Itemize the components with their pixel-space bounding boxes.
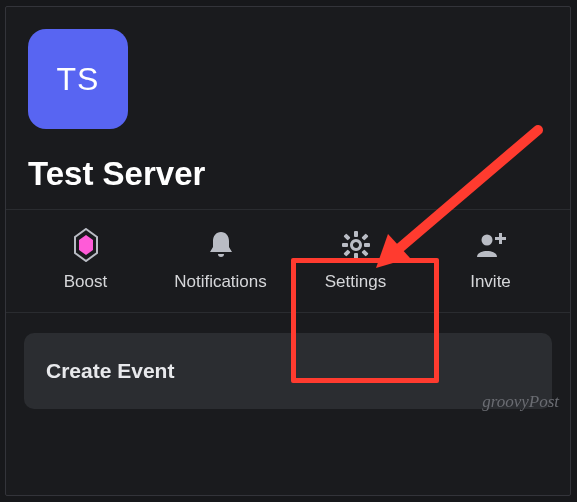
svg-rect-7 [361, 249, 368, 256]
create-event-card[interactable]: Create Event [24, 333, 552, 409]
svg-rect-8 [361, 233, 368, 240]
settings-button[interactable]: Settings [288, 228, 423, 292]
svg-point-10 [481, 235, 492, 246]
gear-icon [341, 228, 371, 262]
settings-label: Settings [325, 272, 386, 292]
svg-rect-2 [354, 231, 358, 237]
invite-button[interactable]: Invite [423, 228, 558, 292]
create-event-title: Create Event [46, 359, 530, 383]
server-sheet: TS Test Server Boost Notifications [5, 6, 571, 496]
divider [6, 312, 570, 313]
boost-gem-icon [73, 228, 99, 262]
invite-label: Invite [470, 272, 511, 292]
server-initials: TS [57, 61, 100, 98]
notifications-label: Notifications [174, 272, 267, 292]
bell-icon [207, 228, 235, 262]
notifications-button[interactable]: Notifications [153, 228, 288, 292]
boost-button[interactable]: Boost [18, 228, 153, 292]
svg-marker-1 [79, 235, 93, 255]
svg-rect-9 [343, 249, 350, 256]
svg-rect-5 [364, 243, 370, 247]
svg-rect-6 [343, 233, 350, 240]
boost-label: Boost [64, 272, 107, 292]
server-header: TS Test Server [6, 7, 570, 209]
server-name: Test Server [28, 155, 548, 193]
svg-rect-12 [495, 237, 506, 240]
invite-user-icon [474, 228, 508, 262]
svg-rect-4 [342, 243, 348, 247]
svg-rect-3 [354, 253, 358, 259]
action-row: Boost Notifications [6, 210, 570, 312]
server-avatar[interactable]: TS [28, 29, 128, 129]
